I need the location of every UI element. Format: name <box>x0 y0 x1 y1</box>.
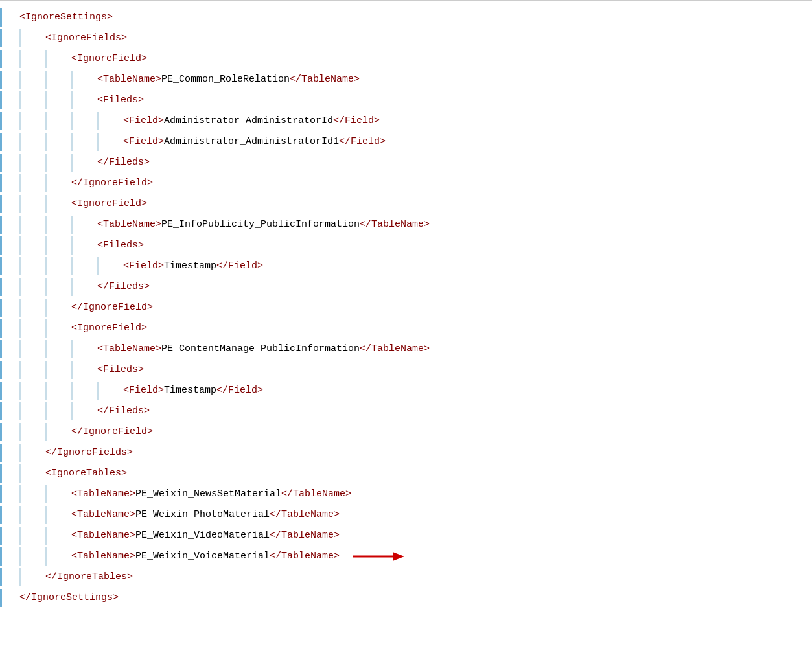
code-line: <TableName>PE_Weixin_PhotoMaterial</Tabl… <box>0 505 812 525</box>
line-content: <TableName>PE_Common_RoleRelation</Table… <box>19 71 360 89</box>
code-line: <Field>Timestamp</Field> <box>0 256 812 277</box>
line-content: <IgnoreField> <box>19 50 147 68</box>
svg-marker-1 <box>393 552 404 561</box>
line-content: <IgnoreFields> <box>19 29 127 47</box>
line-content: <Field>Timestamp</Field> <box>19 382 263 400</box>
code-line: </IgnoreFields> <box>0 442 812 463</box>
line-content: <Field>Administrator_AdministratorId1</F… <box>19 133 386 151</box>
line-content: <IgnoreField> <box>19 195 147 213</box>
code-line: <TableName>PE_InfoPublicity_PublicInform… <box>0 214 812 235</box>
line-content: </IgnoreField> <box>19 299 153 317</box>
line-content: <Fileds> <box>19 91 144 109</box>
line-content: <TableName>PE_Weixin_VoiceMaterial</Tabl… <box>19 547 340 566</box>
code-line: <Fileds> <box>0 235 812 256</box>
code-line: <IgnoreField> <box>0 194 812 214</box>
line-content: <Fileds> <box>19 361 144 379</box>
code-line: <Field>Administrator_AdministratorId1</F… <box>0 132 812 152</box>
code-line: </IgnoreSettings> <box>0 588 812 608</box>
red-arrow-icon <box>353 547 404 566</box>
line-content: <TableName>PE_Weixin_VideoMaterial</Tabl… <box>19 527 340 545</box>
line-content: <TableName>PE_InfoPublicity_PublicInform… <box>19 216 430 234</box>
code-line: <Fileds> <box>0 360 812 380</box>
code-line: <IgnoreField> <box>0 49 812 69</box>
code-line: <IgnoreSettings> <box>0 7 812 28</box>
line-content: <Fileds> <box>19 236 144 255</box>
code-line: <IgnoreFields> <box>0 28 812 49</box>
code-line: <TableName>PE_Weixin_VoiceMaterial</Tabl… <box>0 546 812 567</box>
line-content: </IgnoreField> <box>19 423 153 441</box>
code-line: <IgnoreField> <box>0 318 812 339</box>
code-line: </IgnoreField> <box>0 297 812 318</box>
code-line: </IgnoreField> <box>0 173 812 194</box>
code-line: <TableName>PE_Weixin_NewsSetMaterial</Ta… <box>0 484 812 505</box>
line-content: <TableName>PE_ContentManage_PublicInform… <box>19 340 430 358</box>
line-content: </IgnoreTables> <box>19 568 133 586</box>
line-content: <TableName>PE_Weixin_NewsSetMaterial</Ta… <box>19 485 351 503</box>
code-line: <TableName>PE_ContentManage_PublicInform… <box>0 339 812 360</box>
code-line: <Fileds> <box>0 90 812 111</box>
line-content: <IgnoreTables> <box>19 464 127 483</box>
code-line: <TableName>PE_Common_RoleRelation</Table… <box>0 69 812 90</box>
line-content: <IgnoreSettings> <box>19 8 113 27</box>
line-content: <TableName>PE_Weixin_PhotoMaterial</Tabl… <box>19 506 340 524</box>
code-line: </Fileds> <box>0 152 812 173</box>
code-line: </IgnoreTables> <box>0 567 812 588</box>
line-content: </Fileds> <box>19 402 150 420</box>
line-content: </IgnoreSettings> <box>19 589 119 607</box>
line-content: </IgnoreFields> <box>19 444 133 462</box>
line-content: </Fileds> <box>19 154 150 172</box>
code-line: <Field>Timestamp</Field> <box>0 380 812 401</box>
line-content: </Fileds> <box>19 278 150 296</box>
line-content: <Field>Timestamp</Field> <box>19 257 263 275</box>
code-line: <TableName>PE_Weixin_VideoMaterial</Tabl… <box>0 525 812 546</box>
code-line: <Field>Administrator_AdministratorId</Fi… <box>0 111 812 132</box>
line-content: <IgnoreField> <box>19 319 147 338</box>
code-line: <IgnoreTables> <box>0 463 812 484</box>
code-line: </IgnoreField> <box>0 422 812 442</box>
code-line: </Fileds> <box>0 401 812 422</box>
line-content: <Field>Administrator_AdministratorId</Fi… <box>19 112 380 130</box>
editor-container: <IgnoreSettings><IgnoreFields><IgnoreFie… <box>0 0 812 664</box>
code-line: </Fileds> <box>0 277 812 297</box>
line-content: </IgnoreField> <box>19 174 153 192</box>
